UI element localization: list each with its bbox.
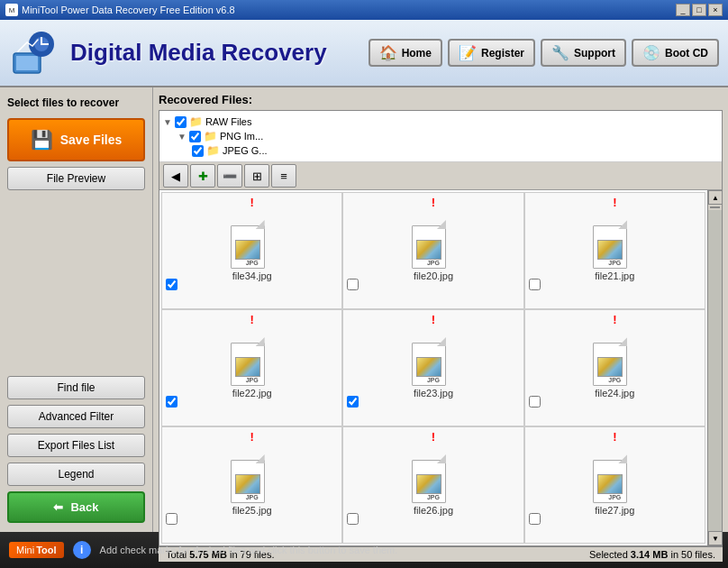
footer-info-icon: i	[73, 541, 91, 559]
file-select-checkbox[interactable]	[529, 513, 541, 525]
toolbar-remove-button[interactable]: ➖	[217, 164, 242, 188]
sidebar-title: Select files to recover	[7, 96, 145, 109]
file-cell-inner: JPGfile23.jpg	[347, 314, 519, 422]
file-grid-container: !JPGfile34.jpg!JPGfile20.jpg!JPGfile21.j…	[159, 190, 722, 545]
file-name: file25.jpg	[166, 505, 338, 516]
support-button[interactable]: 🔧 Support	[541, 39, 626, 67]
tree-expand-icon[interactable]: ▼	[163, 117, 172, 127]
file-icon: JPG	[593, 220, 636, 269]
minimize-button[interactable]: _	[676, 4, 690, 16]
advanced-filter-button[interactable]: Advanced Filter	[7, 405, 145, 428]
tree-label-raw: RAW Files	[205, 116, 252, 127]
tree-label-png: PNG Im...	[220, 131, 263, 142]
scrollbar-thumb[interactable]	[710, 206, 720, 208]
toolbar-prev-button[interactable]: ◀	[163, 164, 188, 188]
tree-checkbox-raw[interactable]	[175, 116, 187, 128]
title-bar: M MiniTool Power Data Recovery Free Edit…	[0, 0, 728, 20]
bootcd-icon: 💿	[642, 44, 660, 61]
grid-icon: ⊞	[252, 169, 262, 183]
file-select-checkbox[interactable]	[529, 396, 541, 408]
file-select-checkbox[interactable]	[347, 513, 359, 525]
folder-icon-jpeg: 📁	[206, 144, 220, 157]
panel-title: Recovered Files:	[159, 93, 723, 106]
register-icon: 📝	[459, 44, 477, 61]
register-button[interactable]: 📝 Register	[448, 39, 535, 67]
save-files-button[interactable]: 💾 Save Files	[7, 118, 145, 161]
file-select-checkbox[interactable]	[166, 396, 177, 408]
footer-logo-tool: Tool	[36, 545, 56, 555]
file-warning-icon: !	[432, 430, 435, 444]
file-name: file21.jpg	[529, 270, 701, 281]
tree-item-raw: ▼ 📁 RAW Files	[163, 115, 718, 129]
maximize-button[interactable]: □	[692, 4, 706, 16]
scrollbar: ▲ ▼	[707, 190, 722, 545]
close-button[interactable]: ×	[708, 4, 723, 16]
file-select-checkbox[interactable]	[166, 279, 177, 290]
file-icon: JPG	[412, 454, 455, 503]
scrollbar-down-button[interactable]: ▼	[708, 531, 722, 545]
find-file-button[interactable]: Find file	[7, 376, 145, 399]
legend-button[interactable]: Legend	[7, 463, 145, 486]
file-cell: !JPGfile21.jpg	[524, 192, 705, 309]
file-cell-inner: JPGfile27.jpg	[529, 431, 701, 539]
file-cell-inner: JPGfile34.jpg	[166, 197, 338, 305]
app-icon: M	[5, 4, 18, 16]
back-button[interactable]: ⬅ Back	[7, 491, 145, 523]
file-warning-icon: !	[250, 430, 253, 444]
file-icon: JPG	[231, 220, 274, 269]
home-button[interactable]: 🏠 Home	[369, 39, 442, 67]
file-cell-inner: JPGfile25.jpg	[166, 431, 338, 539]
file-warning-icon: !	[613, 430, 616, 444]
right-panel: Recovered Files: ▼ 📁 RAW Files ▼ 📁 PNG I…	[153, 87, 728, 532]
bootcd-button[interactable]: 💿 Boot CD	[632, 39, 719, 67]
file-cell: !JPGfile23.jpg	[342, 309, 523, 426]
file-cell: !JPGfile20.jpg	[342, 192, 523, 309]
file-name: file26.jpg	[347, 505, 519, 516]
file-name: file24.jpg	[529, 388, 701, 399]
file-select-checkbox[interactable]	[166, 513, 177, 525]
file-icon: JPG	[412, 337, 455, 386]
svg-rect-1	[16, 56, 38, 70]
scrollbar-up-button[interactable]: ▲	[708, 190, 722, 205]
footer-info-text: Add check marks for desired files and cl…	[100, 545, 398, 555]
tree-checkbox-png[interactable]	[189, 131, 201, 142]
file-cell: !JPGfile25.jpg	[161, 426, 342, 544]
file-preview-button[interactable]: File Preview	[7, 167, 145, 190]
file-cell: !JPGfile34.jpg	[161, 192, 342, 309]
file-grid: !JPGfile34.jpg!JPGfile20.jpg!JPGfile21.j…	[159, 190, 707, 545]
app-header: Digital Media Recovery 🏠 Home 📝 Register…	[0, 20, 728, 87]
home-icon: 🏠	[379, 44, 397, 61]
logo-area: Digital Media Recovery	[9, 26, 369, 80]
file-cell: !JPGfile22.jpg	[161, 309, 342, 426]
file-warning-icon: !	[432, 313, 435, 326]
folder-icon: 📁	[189, 115, 203, 128]
tree-expand-icon-png[interactable]: ▼	[177, 132, 187, 142]
file-toolbar: ◀ ✚ ➖ ⊞ ≡	[159, 162, 722, 190]
nav-buttons: 🏠 Home 📝 Register 🔧 Support 💿 Boot CD	[369, 39, 719, 67]
file-cell: !JPGfile27.jpg	[524, 426, 705, 544]
tree-item-png: ▼ 📁 PNG Im...	[163, 129, 718, 143]
file-select-checkbox[interactable]	[529, 279, 541, 290]
toolbar-grid-button[interactable]: ⊞	[244, 164, 269, 188]
file-name: file22.jpg	[166, 388, 338, 399]
tree-label-jpeg: JPEG G...	[223, 145, 268, 156]
file-cell-inner: JPGfile26.jpg	[347, 431, 519, 539]
toolbar-add-button[interactable]: ✚	[190, 164, 215, 188]
file-warning-icon: !	[613, 313, 616, 326]
file-icon: JPG	[593, 337, 636, 386]
tree-item-jpeg: 📁 JPEG G...	[163, 143, 718, 158]
file-cell: !JPGfile24.jpg	[524, 309, 705, 426]
tree-checkbox-jpeg[interactable]	[192, 145, 204, 157]
scrollbar-track-inner	[708, 210, 722, 531]
file-icon: JPG	[231, 337, 274, 386]
panel-inner: ▼ 📁 RAW Files ▼ 📁 PNG Im... 📁 JPEG G...	[159, 110, 723, 546]
file-name: file34.jpg	[166, 270, 338, 281]
file-select-checkbox[interactable]	[347, 396, 359, 408]
export-files-button[interactable]: Export Files List	[7, 434, 145, 457]
file-tree: ▼ 📁 RAW Files ▼ 📁 PNG Im... 📁 JPEG G...	[159, 111, 722, 162]
file-cell: !JPGfile26.jpg	[342, 426, 523, 544]
file-warning-icon: !	[432, 196, 435, 209]
toolbar-list-button[interactable]: ≡	[271, 164, 296, 188]
file-name: file23.jpg	[347, 388, 519, 399]
file-select-checkbox[interactable]	[347, 279, 359, 290]
